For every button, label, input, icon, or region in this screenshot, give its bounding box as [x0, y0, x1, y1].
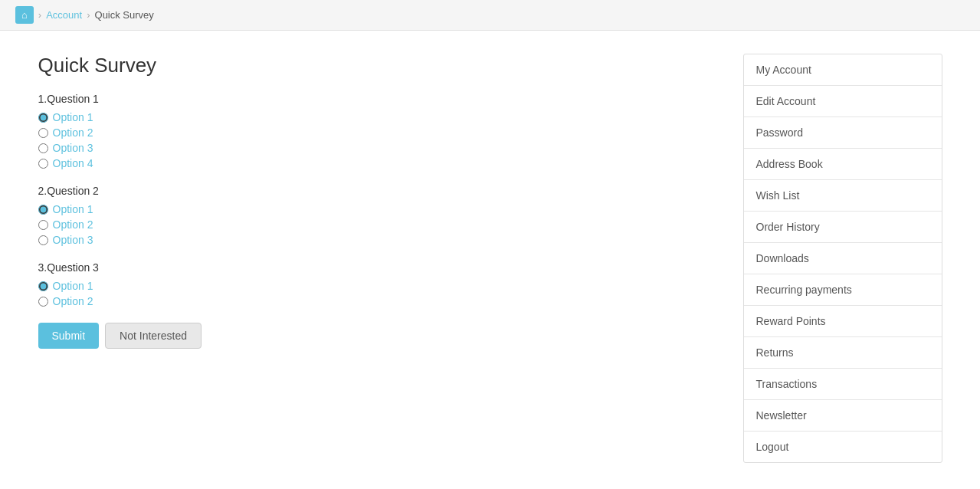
content-area: Quick Survey 1.Question 1 Option 1 Optio…: [38, 54, 720, 349]
q1-option-3-label[interactable]: Option 3: [53, 142, 93, 154]
q2-option-1-radio[interactable]: [38, 205, 48, 215]
sidebar-item-edit-account[interactable]: Edit Account: [744, 86, 942, 117]
q1-option-3-row: Option 3: [38, 142, 720, 154]
main-wrapper: Quick Survey 1.Question 1 Option 1 Optio…: [23, 54, 958, 463]
q1-option-1-row: Option 1: [38, 111, 720, 123]
sidebar-item-recurring-payments[interactable]: Recurring payments: [744, 274, 942, 306]
question-block-2: 2.Question 2 Option 1 Option 2 Option 3: [38, 185, 720, 246]
not-interested-button[interactable]: Not Interested: [105, 323, 202, 349]
question-3-label: 3.Question 3: [38, 261, 720, 274]
q2-option-2-row: Option 2: [38, 218, 720, 231]
sidebar: My Account Edit Account Password Address…: [743, 54, 942, 463]
q2-option-2-label[interactable]: Option 2: [53, 218, 93, 231]
sidebar-item-password[interactable]: Password: [744, 117, 942, 149]
page-title: Quick Survey: [38, 54, 720, 77]
q1-option-4-row: Option 4: [38, 157, 720, 169]
q2-option-3-radio[interactable]: [38, 235, 48, 245]
sidebar-item-newsletter[interactable]: Newsletter: [744, 400, 942, 432]
q3-option-2-label[interactable]: Option 2: [53, 295, 93, 307]
sidebar-item-downloads[interactable]: Downloads: [744, 243, 942, 274]
q2-option-1-label[interactable]: Option 1: [53, 203, 93, 215]
q1-option-2-row: Option 2: [38, 126, 720, 139]
question-1-label: 1.Question 1: [38, 93, 720, 105]
q3-option-1-label[interactable]: Option 1: [53, 280, 93, 292]
sidebar-item-my-account[interactable]: My Account: [744, 54, 942, 86]
home-icon[interactable]: ⌂: [15, 6, 34, 24]
q2-option-3-label[interactable]: Option 3: [53, 234, 93, 246]
q2-option-1-row: Option 1: [38, 203, 720, 215]
breadcrumb: ⌂ › Account › Quick Survey: [0, 0, 980, 31]
q3-option-1-row: Option 1: [38, 280, 720, 292]
question-block-1: 1.Question 1 Option 1 Option 2 Option 3 …: [38, 93, 720, 169]
q1-option-4-radio[interactable]: [38, 159, 48, 169]
q3-option-2-row: Option 2: [38, 295, 720, 307]
sidebar-item-transactions[interactable]: Transactions: [744, 369, 942, 400]
q3-option-1-radio[interactable]: [38, 281, 48, 291]
q2-option-2-radio[interactable]: [38, 220, 48, 230]
breadcrumb-sep-1: ›: [38, 9, 41, 21]
sidebar-item-wish-list[interactable]: Wish List: [744, 180, 942, 212]
sidebar-item-order-history[interactable]: Order History: [744, 212, 942, 243]
q3-option-2-radio[interactable]: [38, 297, 48, 307]
question-block-3: 3.Question 3 Option 1 Option 2: [38, 261, 720, 307]
q1-option-2-label[interactable]: Option 2: [53, 126, 93, 139]
breadcrumb-current: Quick Survey: [95, 9, 154, 21]
sidebar-item-returns[interactable]: Returns: [744, 337, 942, 369]
q1-option-2-radio[interactable]: [38, 128, 48, 138]
q1-option-1-label[interactable]: Option 1: [53, 111, 93, 123]
sidebar-item-logout[interactable]: Logout: [744, 432, 942, 462]
q1-option-4-label[interactable]: Option 4: [53, 157, 93, 169]
question-2-label: 2.Question 2: [38, 185, 720, 197]
breadcrumb-account[interactable]: Account: [46, 9, 82, 21]
sidebar-item-address-book[interactable]: Address Book: [744, 149, 942, 180]
submit-button[interactable]: Submit: [38, 323, 100, 349]
button-row: Submit Not Interested: [38, 323, 720, 349]
sidebar-item-reward-points[interactable]: Reward Points: [744, 306, 942, 337]
breadcrumb-sep-2: ›: [87, 9, 90, 21]
q2-option-3-row: Option 3: [38, 234, 720, 246]
q1-option-1-radio[interactable]: [38, 113, 48, 123]
q1-option-3-radio[interactable]: [38, 143, 48, 153]
